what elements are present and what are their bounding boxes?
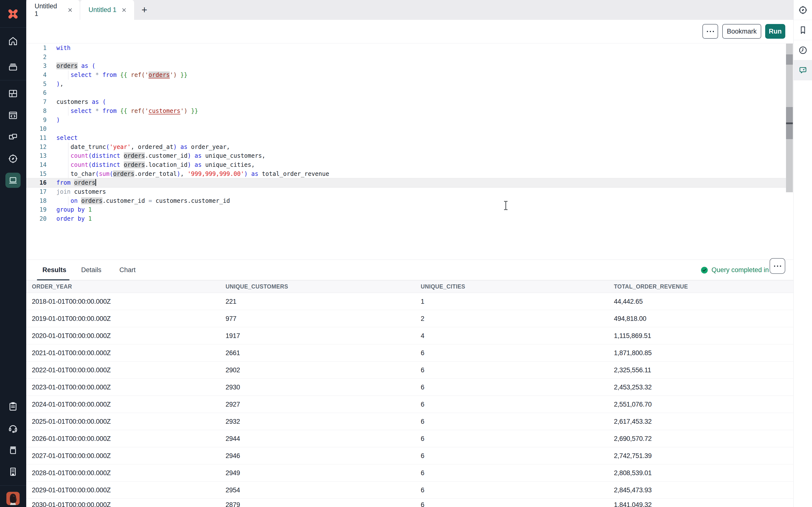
table-cell[interactable]: 6 xyxy=(421,396,424,413)
table-cell[interactable]: 2,453,253.32 xyxy=(614,379,652,396)
scrollbar-thumb[interactable] xyxy=(786,54,793,65)
table-cell[interactable]: 4 xyxy=(421,327,424,344)
table-cell[interactable]: 2902 xyxy=(225,361,240,379)
code-line-12[interactable]: 12 date_trunc('year', ordered_at) as ord… xyxy=(26,143,786,152)
more-options-button[interactable] xyxy=(702,24,718,39)
table-cell[interactable]: 2019-01-01T00:00:00.000Z xyxy=(32,310,111,327)
code-line-5[interactable]: 5), xyxy=(26,79,786,89)
close-icon[interactable] xyxy=(121,7,127,13)
sidebar-item-apps[interactable] xyxy=(5,129,20,145)
table-cell[interactable]: 2944 xyxy=(225,430,240,447)
tab-chart[interactable]: Chart xyxy=(119,260,136,280)
table-cell[interactable]: 2946 xyxy=(225,447,240,464)
user-avatar[interactable] xyxy=(6,492,19,505)
table-cell[interactable]: 6 xyxy=(421,361,424,379)
table-cell[interactable]: 2927 xyxy=(225,396,240,413)
code-line-18[interactable]: 18 on orders.customer_id = customers.cus… xyxy=(26,196,786,206)
table-cell[interactable]: 44,442.65 xyxy=(614,293,643,310)
table-cell[interactable]: 1,841,049.32 xyxy=(614,499,652,507)
table-cell[interactable]: 2954 xyxy=(225,482,240,499)
results-more-button[interactable] xyxy=(770,258,785,274)
table-cell[interactable]: 1,871,800.85 xyxy=(614,344,652,361)
new-tab-button[interactable]: + xyxy=(139,4,150,16)
panel-item-explore[interactable] xyxy=(794,0,812,20)
table-cell[interactable]: 2,617,453.32 xyxy=(614,413,652,430)
table-cell[interactable]: 2024-01-01T00:00:00.000Z xyxy=(32,396,111,413)
code-line-9[interactable]: 9) xyxy=(26,116,786,125)
table-cell[interactable]: 6 xyxy=(421,413,424,430)
window-tab-untitled-1-active[interactable]: Untitled 1 xyxy=(80,0,134,20)
table-cell[interactable]: 2,808,539.01 xyxy=(614,464,652,482)
window-tab-untitled-1[interactable]: Untitled 1 xyxy=(26,0,80,20)
panel-item-history[interactable] xyxy=(794,40,812,60)
sidebar-item-docs[interactable] xyxy=(5,443,20,458)
code-line-4[interactable]: 4 select * from {{ ref('orders') }} xyxy=(26,70,786,79)
tab-details[interactable]: Details xyxy=(81,260,101,280)
table-cell[interactable]: 1917 xyxy=(225,327,240,344)
table-cell[interactable]: 6 xyxy=(421,447,424,464)
column-header-total-order-revenue[interactable]: TOTAL_ORDER_REVENUE xyxy=(614,280,688,293)
code-line-14[interactable]: 14 count(distinct orders.location_id) as… xyxy=(26,160,786,169)
table-cell[interactable]: 2028-01-01T00:00:00.000Z xyxy=(32,464,111,482)
sidebar-item-explore[interactable] xyxy=(5,151,20,166)
table-cell[interactable]: 977 xyxy=(225,310,236,327)
table-cell[interactable]: 6 xyxy=(421,482,424,499)
table-cell[interactable]: 2,551,076.70 xyxy=(614,396,652,413)
table-cell[interactable]: 2661 xyxy=(225,344,240,361)
table-cell[interactable]: 2029-01-01T00:00:00.000Z xyxy=(32,482,111,499)
table-cell[interactable]: 6 xyxy=(421,464,424,482)
code-line-20[interactable]: 20order by 1 xyxy=(26,214,786,223)
code-line-11[interactable]: 11select xyxy=(26,133,786,143)
table-cell[interactable]: 2020-01-01T00:00:00.000Z xyxy=(32,327,111,344)
panel-item-ai-chat[interactable] xyxy=(794,60,812,80)
table-cell[interactable]: 2 xyxy=(421,310,424,327)
table-cell[interactable]: 2021-01-01T00:00:00.000Z xyxy=(32,344,111,361)
table-cell[interactable]: 2018-01-01T00:00:00.000Z xyxy=(32,293,111,310)
table-cell[interactable]: 2022-01-01T00:00:00.000Z xyxy=(32,361,111,379)
column-header-unique-customers[interactable]: UNIQUE_CUSTOMERS xyxy=(225,280,288,293)
code-line-7[interactable]: 7customers as ( xyxy=(26,98,786,107)
table-cell[interactable]: 2,742,751.39 xyxy=(614,447,652,464)
run-button[interactable]: Run xyxy=(765,24,785,39)
table-cell[interactable]: 2023-01-01T00:00:00.000Z xyxy=(32,379,111,396)
sidebar-item-changelog[interactable] xyxy=(5,399,20,414)
table-cell[interactable]: 2,845,473.93 xyxy=(614,482,652,499)
table-cell[interactable]: 494,818.00 xyxy=(614,310,646,327)
code-line-3[interactable]: 3orders as ( xyxy=(26,61,786,70)
table-cell[interactable]: 2030-01-01T00:00:00.000Z xyxy=(32,499,111,507)
code-line-6[interactable]: 6 xyxy=(26,89,786,98)
table-cell[interactable]: 221 xyxy=(225,293,236,310)
code-line-16[interactable]: 16from orders xyxy=(26,178,786,187)
table-cell[interactable]: 2027-01-01T00:00:00.000Z xyxy=(32,447,111,464)
code-line-15[interactable]: 15 to_char(sum(orders.order_total), '999… xyxy=(26,169,786,178)
table-cell[interactable]: 2026-01-01T00:00:00.000Z xyxy=(32,430,111,447)
hex-logo-icon[interactable] xyxy=(6,7,20,21)
sidebar-item-notebook[interactable] xyxy=(5,173,20,188)
table-cell[interactable]: 2,690,570.72 xyxy=(614,430,652,447)
column-header-unique-cities[interactable]: UNIQUE_CITIES xyxy=(421,280,465,293)
table-cell[interactable]: 1 xyxy=(421,293,424,310)
table-cell[interactable]: 6 xyxy=(421,379,424,396)
bookmark-button[interactable]: Bookmark xyxy=(722,24,761,39)
sidebar-item-code-browser[interactable] xyxy=(5,108,20,123)
table-cell[interactable]: 1,115,869.51 xyxy=(614,327,651,344)
code-line-17[interactable]: 17join customers xyxy=(26,187,786,196)
table-cell[interactable]: 2,325,556.11 xyxy=(614,361,651,379)
sql-editor[interactable]: 1with23orders as (4 select * from {{ ref… xyxy=(26,43,793,260)
code-line-1[interactable]: 1with xyxy=(26,44,786,53)
code-line-10[interactable]: 10 xyxy=(26,124,786,133)
sidebar-item-dashboard[interactable] xyxy=(5,86,20,101)
table-cell[interactable]: 2930 xyxy=(225,379,240,396)
table-cell[interactable]: 2025-01-01T00:00:00.000Z xyxy=(32,413,111,430)
table-cell[interactable]: 2949 xyxy=(225,464,240,482)
sidebar-item-home[interactable] xyxy=(5,34,20,49)
table-cell[interactable]: 2879 xyxy=(225,499,240,507)
sidebar-item-support[interactable] xyxy=(5,421,20,436)
sidebar-item-organization[interactable] xyxy=(5,464,20,479)
code-line-13[interactable]: 13 count(distinct orders.customer_id) as… xyxy=(26,151,786,160)
panel-item-bookmarks[interactable] xyxy=(794,20,812,40)
table-cell[interactable]: 2932 xyxy=(225,413,240,430)
code-line-19[interactable]: 19group by 1 xyxy=(26,205,786,214)
table-cell[interactable]: 6 xyxy=(421,430,424,447)
tab-results[interactable]: Results xyxy=(42,260,66,280)
